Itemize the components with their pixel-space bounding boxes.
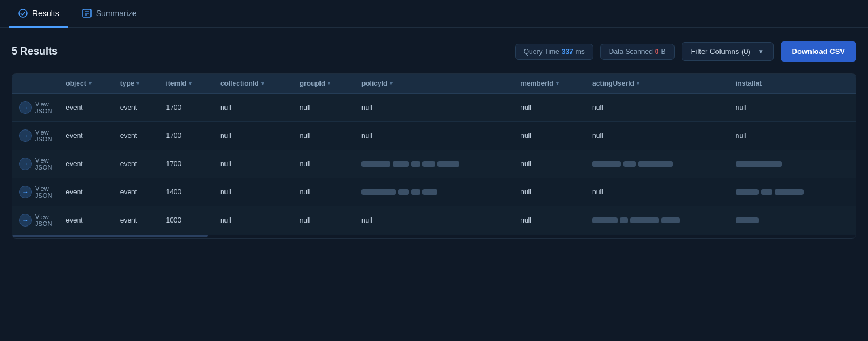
sort-icon-itemid: ▾	[189, 81, 192, 86]
cell-groupid: null	[293, 150, 355, 178]
col-label-actinguserid: actingUserId	[592, 79, 634, 87]
sort-icon-policyid: ▾	[390, 81, 393, 86]
download-csv-button[interactable]: Download CSV	[781, 41, 856, 62]
redacted-installat	[736, 217, 849, 223]
col-label-object: object	[66, 79, 86, 87]
redacted-block	[361, 161, 390, 167]
cell-policyid	[355, 178, 513, 206]
cell-collectionid: null	[214, 150, 293, 178]
redacted-block	[411, 161, 420, 167]
cell-collectionid: null	[214, 206, 293, 235]
redacted-block	[592, 161, 621, 167]
col-header-itemid[interactable]: itemId ▾	[159, 74, 213, 94]
view-json-button[interactable]: →	[19, 101, 32, 114]
cell-actinguserid: null	[585, 122, 729, 150]
col-label-type: type	[120, 79, 135, 87]
tab-results[interactable]: Results	[9, 0, 68, 28]
redacted-block	[638, 161, 673, 167]
chevron-down-icon: ▼	[758, 48, 764, 55]
results-icon	[18, 9, 28, 18]
scroll-indicator	[12, 235, 856, 238]
summarize-icon	[82, 9, 92, 18]
redacted-policyid	[361, 189, 507, 195]
view-json-button[interactable]: →	[19, 214, 32, 227]
table-header-row: object ▾ type ▾ itemId	[12, 74, 856, 94]
cell-installat	[729, 150, 856, 178]
redacted-block	[736, 217, 759, 223]
view-json-button[interactable]: →	[19, 186, 32, 198]
cell-itemid: 1700	[159, 122, 213, 150]
redacted-block	[620, 217, 628, 223]
col-label-groupid: groupId	[300, 79, 326, 87]
col-header-policyid[interactable]: policyId ▾	[355, 74, 513, 94]
tab-summarize-label: Summarize	[96, 9, 137, 18]
cell-type: event	[113, 150, 159, 178]
col-header-type[interactable]: type ▾	[113, 74, 159, 94]
cell-type: event	[113, 178, 159, 206]
data-scanned-badge: Data Scanned 0 B	[600, 44, 675, 60]
redacted-actinguserid	[592, 161, 722, 167]
view-json-cell: → View JSON	[12, 178, 59, 206]
cell-policyid: null	[355, 122, 513, 150]
col-header-actinguserid[interactable]: actingUserId ▾	[585, 74, 729, 94]
cell-memberid: null	[513, 150, 585, 178]
cell-memberid: null	[513, 94, 585, 122]
cell-groupid: null	[293, 94, 355, 122]
col-header-memberid[interactable]: memberId ▾	[513, 74, 585, 94]
view-json-label: View JSON	[35, 129, 52, 143]
filter-columns-button[interactable]: Filter Columns (0) ▼	[682, 42, 774, 61]
scroll-bar[interactable]	[12, 235, 208, 237]
col-header-object[interactable]: object ▾	[59, 74, 113, 94]
redacted-installat	[736, 189, 849, 195]
col-label-memberid: memberId	[520, 79, 553, 87]
col-header-collectionid[interactable]: collectionId ▾	[214, 74, 293, 94]
results-count: 5 Results	[12, 45, 58, 58]
view-json-cell: → View JSON	[12, 150, 59, 178]
redacted-block	[422, 189, 437, 195]
redacted-actinguserid	[592, 217, 722, 223]
redacted-block	[411, 189, 420, 195]
col-label-collectionid: collectionId	[220, 79, 259, 87]
redacted-block	[623, 161, 636, 167]
cell-policyid: null	[355, 206, 513, 235]
view-json-label: View JSON	[35, 101, 52, 114]
table-scroll[interactable]: object ▾ type ▾ itemId	[12, 74, 856, 234]
data-scanned-unit: B	[661, 48, 666, 56]
redacted-block	[437, 161, 459, 167]
sort-icon-actinguserid: ▾	[637, 81, 639, 86]
view-json-button[interactable]: →	[19, 158, 32, 170]
cell-itemid: 1700	[159, 94, 213, 122]
data-scanned-label: Data Scanned	[609, 48, 653, 56]
view-json-label: View JSON	[35, 157, 52, 171]
table-row: → View JSON event event 1700 null null n…	[12, 122, 856, 150]
sort-icon-type: ▾	[136, 81, 139, 86]
cell-policyid: null	[355, 94, 513, 122]
sort-icon-groupid: ▾	[328, 81, 330, 86]
cell-memberid: null	[513, 206, 585, 235]
cell-collectionid: null	[214, 178, 293, 206]
view-json-button[interactable]: →	[19, 129, 32, 142]
view-json-cell: → View JSON	[12, 94, 59, 122]
col-header-groupid[interactable]: groupId ▾	[293, 74, 355, 94]
redacted-block	[393, 161, 409, 167]
query-time-badge: Query Time 337 ms	[515, 44, 593, 60]
table-row: → View JSON event event 1700 null null	[12, 150, 856, 178]
cell-installat: null	[729, 122, 856, 150]
table-row: → View JSON event event 1000 null null n…	[12, 206, 856, 235]
cell-actinguserid: null	[585, 178, 729, 206]
tab-summarize[interactable]: Summarize	[73, 0, 146, 28]
redacted-block	[398, 189, 409, 195]
cell-object: event	[59, 150, 113, 178]
cell-groupid: null	[293, 206, 355, 235]
cell-object: event	[59, 94, 113, 122]
redacted-block	[592, 217, 618, 223]
cell-memberid: null	[513, 178, 585, 206]
view-json-label: View JSON	[35, 213, 52, 227]
cell-installat	[729, 206, 856, 235]
query-time-value: 337	[562, 48, 573, 56]
top-nav: Results Summarize	[0, 0, 868, 28]
cell-installat	[729, 178, 856, 206]
cell-type: event	[113, 206, 159, 235]
col-header-view	[12, 74, 59, 94]
cell-object: event	[59, 178, 113, 206]
